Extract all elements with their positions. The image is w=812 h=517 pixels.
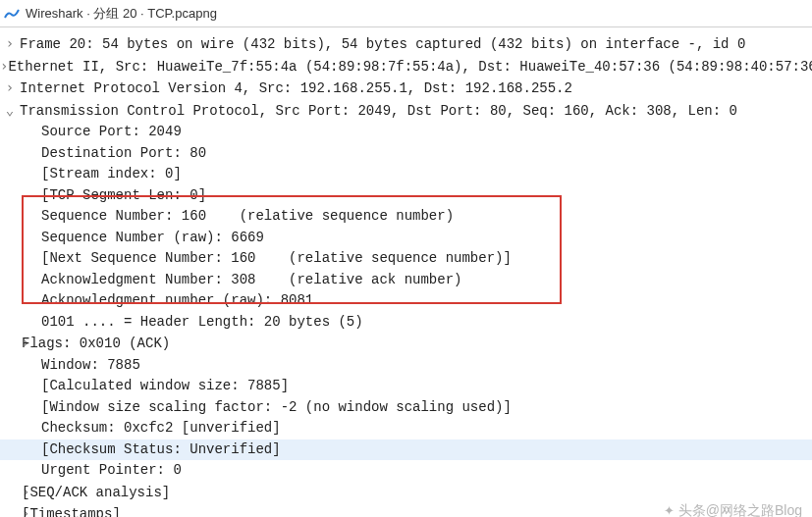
watermark-icon: ✦: [664, 500, 675, 517]
field-tcp-segment-len[interactable]: [TCP Segment Len: 0]: [0, 185, 812, 207]
window-title: Wireshark · 分组 20 · TCP.pcapng: [26, 5, 217, 23]
chevron-right-icon[interactable]: ›: [0, 503, 22, 517]
chevron-down-icon[interactable]: ⌄: [0, 100, 20, 122]
tree-row-frame[interactable]: ›Frame 20: 54 bytes on wire (432 bits), …: [0, 33, 812, 56]
field-checksum[interactable]: Checksum: 0xcfc2 [unverified]: [0, 418, 812, 439]
field-destination-port[interactable]: Destination Port: 80: [0, 143, 812, 165]
watermark: ✦ 头条@网络之路Blog: [664, 500, 802, 517]
frame-summary: Frame 20: 54 bytes on wire (432 bits), 5…: [20, 34, 745, 56]
flags-summary: Flags: 0x010 (ACK): [22, 334, 170, 355]
field-checksum-status[interactable]: [Checksum Status: Unverified]: [0, 439, 812, 461]
chevron-right-icon[interactable]: ›: [0, 78, 20, 99]
ethernet-summary: Ethernet II, Src: HuaweiTe_7f:55:4a (54:…: [8, 57, 812, 78]
chevron-right-icon[interactable]: ›: [0, 482, 22, 503]
field-acknowledgment-number-raw[interactable]: Acknowledgment number (raw): 8081: [0, 290, 812, 312]
field-sequence-number[interactable]: Sequence Number: 160 (relative sequence …: [0, 206, 812, 228]
field-source-port[interactable]: Source Port: 2049: [0, 122, 812, 143]
titlebar: Wireshark · 分组 20 · TCP.pcapng: [0, 0, 812, 27]
packet-details-pane[interactable]: ›Frame 20: 54 bytes on wire (432 bits), …: [0, 27, 812, 517]
field-window[interactable]: Window: 7885: [0, 355, 812, 377]
tree-row-flags[interactable]: ›Flags: 0x010 (ACK): [0, 333, 812, 355]
chevron-right-icon[interactable]: ›: [0, 33, 20, 55]
field-calculated-window-size[interactable]: [Calculated window size: 7885]: [0, 376, 812, 397]
watermark-text: 头条@网络之路Blog: [678, 500, 802, 517]
chevron-right-icon[interactable]: ›: [0, 56, 8, 78]
ip-summary: Internet Protocol Version 4, Src: 192.16…: [20, 78, 572, 100]
field-window-scaling-factor[interactable]: [Window size scaling factor: -2 (no wind…: [0, 397, 812, 419]
timestamps-label: [Timestamps]: [22, 504, 121, 517]
wireshark-logo-icon: [4, 6, 20, 22]
tree-row-ip[interactable]: ›Internet Protocol Version 4, Src: 192.1…: [0, 78, 812, 100]
field-sequence-number-raw[interactable]: Sequence Number (raw): 6669: [0, 228, 812, 249]
field-urgent-pointer[interactable]: Urgent Pointer: 0: [0, 460, 812, 482]
chevron-right-icon[interactable]: ›: [0, 333, 22, 354]
tcp-summary: Transmission Control Protocol, Src Port:…: [20, 101, 737, 123]
tree-row-ethernet[interactable]: ›Ethernet II, Src: HuaweiTe_7f:55:4a (54…: [0, 56, 812, 78]
tree-row-tcp[interactable]: ⌄Transmission Control Protocol, Src Port…: [0, 100, 812, 123]
field-header-length[interactable]: 0101 .... = Header Length: 20 bytes (5): [0, 312, 812, 334]
field-stream-index[interactable]: [Stream index: 0]: [0, 164, 812, 185]
field-acknowledgment-number[interactable]: Acknowledgment Number: 308 (relative ack…: [0, 270, 812, 291]
field-next-sequence-number[interactable]: [Next Sequence Number: 160 (relative seq…: [0, 248, 812, 270]
seq-ack-label: [SEQ/ACK analysis]: [22, 483, 170, 504]
